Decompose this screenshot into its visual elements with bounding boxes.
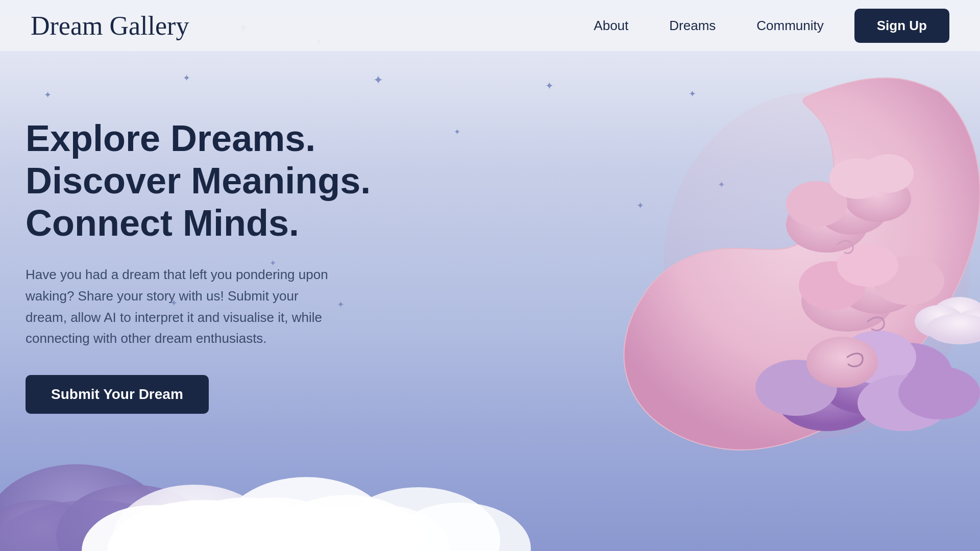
svg-point-12 <box>837 244 898 287</box>
navigation: Dream Gallery About Dreams Community Sig… <box>0 0 980 51</box>
hero-content: Explore Dreams. Discover Meanings. Conne… <box>26 117 393 414</box>
nav-community[interactable]: Community <box>756 18 823 34</box>
signup-button[interactable]: Sign Up <box>854 9 949 43</box>
submit-dream-button[interactable]: Submit Your Dream <box>26 375 209 414</box>
nav-about[interactable]: About <box>594 18 628 34</box>
svg-point-7 <box>863 154 914 193</box>
site-logo[interactable]: Dream Gallery <box>31 11 594 41</box>
nav-links: About Dreams Community <box>594 18 823 34</box>
hero-title: Explore Dreams. Discover Meanings. Conne… <box>26 117 393 244</box>
hero-subtitle: Have you had a dream that left you ponde… <box>26 264 342 349</box>
svg-point-18 <box>806 337 878 388</box>
nav-dreams[interactable]: Dreams <box>669 18 716 34</box>
